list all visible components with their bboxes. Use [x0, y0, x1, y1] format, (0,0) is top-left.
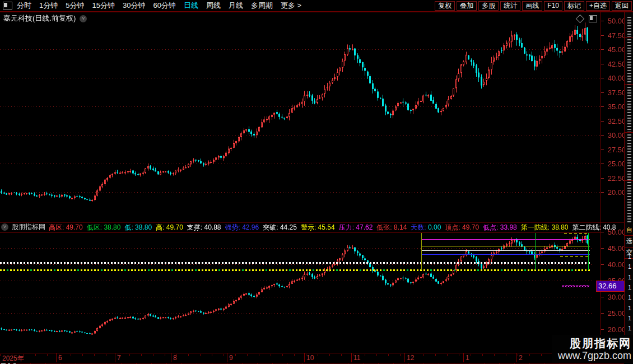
chevron-down-icon[interactable]: ˅	[1, 223, 8, 231]
year-label: 2025年	[2, 354, 24, 363]
month-separator	[463, 353, 464, 362]
right-side-strip[interactable]: 自选交11111111	[624, 12, 633, 363]
strip-separator	[625, 132, 633, 133]
month-label: 6	[58, 354, 62, 362]
strip-number: 1	[628, 274, 631, 281]
collapsed-panel-pattern	[627, 17, 631, 224]
toolbar-button-F10[interactable]: F10	[544, 1, 562, 11]
watermark-url: www.7gpzb.com	[558, 350, 631, 362]
layout-panel-icon[interactable]	[3, 2, 12, 10]
period-tabs: 分时1分钟5分钟15分钟30分钟60分钟日线周线月线多周期更多 >	[17, 1, 301, 11]
month-separator	[516, 353, 517, 362]
panel-separator	[0, 232, 601, 233]
strip-number: 1	[628, 253, 631, 260]
stock-title: 嘉元科技(日线.前复权)	[3, 13, 76, 24]
indicator-field: 支撑: 40.88	[187, 223, 221, 231]
month-label: 7	[117, 354, 121, 362]
axis-border	[601, 12, 601, 363]
title-row: 嘉元科技(日线.前复权) ˅	[3, 13, 87, 24]
month-separator	[227, 353, 227, 362]
month-label: 12	[407, 354, 414, 362]
month-separator	[56, 353, 57, 362]
price-badge: 32.66	[596, 281, 625, 292]
month-label: 11	[353, 354, 360, 362]
indicator-field: 低区: 38.80	[87, 223, 121, 231]
toolbar-button-标记[interactable]: 标记	[564, 1, 584, 11]
watermark-site-name: 股朋指标网	[570, 337, 631, 350]
strip-number: 1	[628, 315, 631, 321]
top-toolbar: 分时1分钟5分钟15分钟30分钟60分钟日线周线月线多周期更多 > 复权叠加多股…	[0, 0, 633, 12]
toolbar-button-复权[interactable]: 复权	[435, 1, 455, 11]
tab-月线[interactable]: 月线	[229, 1, 243, 11]
month-separator	[304, 353, 305, 362]
tab-5分钟[interactable]: 5分钟	[66, 1, 84, 11]
toolbar-button-多股[interactable]: 多股	[478, 1, 499, 11]
indicator-field: 顶点: 49.70	[445, 223, 479, 231]
date-axis: 2025年 678910111212	[0, 353, 624, 363]
indicator-field: 低点: 33.98	[483, 223, 517, 231]
strip-number: 1	[628, 263, 631, 270]
chevron-down-icon[interactable]: ˅	[80, 15, 87, 22]
indicator-field: 高: 49.70	[156, 223, 183, 231]
diamond-icon[interactable]	[576, 15, 585, 24]
strip-number: 1	[628, 305, 631, 311]
month-label: 10	[306, 354, 314, 362]
strip-number: 1	[628, 325, 631, 332]
tab-周线[interactable]: 周线	[206, 1, 221, 11]
indicator-field: 低张: 8.14	[376, 223, 407, 231]
tab-30分钟[interactable]: 30分钟	[123, 1, 145, 11]
month-label: 2	[519, 354, 523, 362]
toolbar-buttons: 复权叠加多股统计画线F10标记+自选返回	[435, 1, 633, 11]
strip-item[interactable]: 自	[626, 226, 632, 234]
indicator-field: 压力: 47.62	[339, 223, 373, 231]
indicator-field: 突破: 44.25	[263, 223, 297, 231]
month-separator	[404, 353, 405, 362]
indicator-field: 第二防线: 40.8	[573, 223, 616, 231]
month-separator	[171, 353, 171, 362]
month-label: 9	[229, 354, 233, 362]
indicator-header-row: ˅ 股朋指标网 高区: 49.70低区: 38.80低: 38.80高: 49.…	[1, 223, 620, 231]
watermark: 股朋指标网 www.7gpzb.com	[552, 335, 633, 363]
indicator-field: 低: 38.80	[124, 223, 152, 231]
indicator-fields: 高区: 49.70低区: 38.80低: 38.80高: 49.70支撑: 40…	[49, 222, 620, 232]
toolbar-button-+自选[interactable]: +自选	[586, 1, 610, 11]
strip-number: 1	[628, 294, 631, 301]
toolbar-button-画线[interactable]: 画线	[522, 1, 542, 11]
indicator-source-label: 股朋指标网	[12, 222, 45, 232]
strip-separator	[625, 180, 633, 181]
tab-60分钟[interactable]: 60分钟	[153, 1, 175, 11]
strip-item[interactable]: 选	[626, 237, 632, 245]
title-row-icons	[577, 15, 597, 22]
indicator-field: 高区: 49.70	[49, 223, 83, 231]
toolbar-button-返回[interactable]: 返回	[612, 1, 632, 11]
indicator-field: 天数: 0.00	[411, 223, 441, 231]
tab-1分钟[interactable]: 1分钟	[39, 1, 58, 11]
toolbar-button-统计[interactable]: 统计	[500, 1, 520, 11]
tab-日线[interactable]: 日线	[184, 1, 198, 11]
month-label: 1	[466, 354, 469, 362]
indicator-field: 强势: 42.96	[225, 223, 259, 231]
candlestick-canvas[interactable]	[0, 0, 633, 364]
month-separator	[115, 353, 115, 362]
strip-separator	[625, 235, 633, 236]
tab-15分钟[interactable]: 15分钟	[92, 1, 114, 11]
tab-更多 >[interactable]: 更多 >	[281, 1, 301, 11]
strip-number: 1	[628, 284, 631, 291]
split-window-icon[interactable]	[589, 15, 597, 22]
indicator-field: 警示: 45.54	[301, 223, 335, 231]
strip-separator	[625, 84, 633, 85]
toolbar-button-叠加[interactable]: 叠加	[457, 1, 477, 11]
strip-separator	[625, 37, 633, 38]
date-axis-ticks	[0, 354, 601, 356]
app-window: 分时1分钟5分钟15分钟30分钟60分钟日线周线月线多周期更多 > 复权叠加多股…	[0, 0, 633, 364]
tab-多周期[interactable]: 多周期	[251, 1, 273, 11]
strip-separator	[625, 247, 633, 248]
tab-分时[interactable]: 分时	[17, 1, 31, 11]
month-separator	[351, 353, 352, 362]
indicator-field: 第一防线: 38.80	[521, 223, 569, 231]
month-label: 8	[173, 354, 177, 362]
